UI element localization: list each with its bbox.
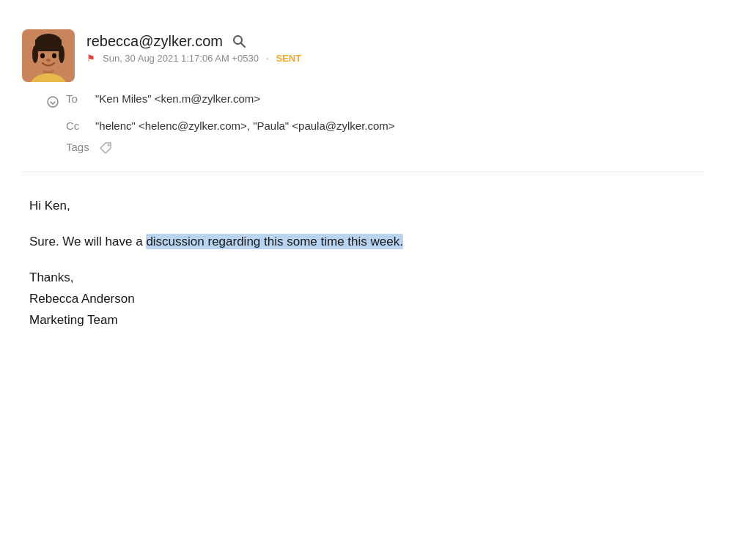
svg-point-10	[46, 59, 51, 62]
sender-avatar	[22, 29, 75, 82]
expand-icon[interactable]	[44, 93, 62, 111]
body-text-before: Sure. We will have a	[29, 235, 146, 248]
signature-team: Marketing Team	[29, 310, 696, 331]
to-label: To	[66, 92, 95, 105]
greeting: Hi Ken,	[29, 196, 696, 217]
svg-rect-7	[35, 40, 62, 51]
svg-point-9	[52, 54, 56, 59]
svg-point-14	[108, 144, 110, 147]
thanks-line: Thanks,	[29, 268, 696, 289]
cc-value: "helenc" <helenc@zylker.com>, "Paula" <p…	[95, 119, 395, 132]
flag-icon: ⚑	[86, 53, 95, 64]
svg-point-13	[48, 97, 58, 107]
email-body: Hi Ken, Sure. We will have a discussion …	[22, 196, 704, 331]
tags-row: Tags	[44, 136, 704, 160]
to-row: To "Ken Miles" <ken.m@zylker.com>	[44, 88, 704, 115]
date-row: ⚑ Sun, 30 Aug 2021 1:17:06 AM +0530 ● SE…	[86, 53, 301, 64]
email-meta: To "Ken Miles" <ken.m@zylker.com> Cc "he…	[44, 88, 704, 160]
email-date: Sun, 30 Aug 2021 1:17:06 AM +0530	[103, 53, 259, 64]
body-paragraph: Sure. We will have a discussion regardin…	[29, 232, 696, 253]
svg-line-12	[241, 43, 245, 47]
tag-icon[interactable]	[98, 141, 113, 155]
email-view: rebecca@zylker.com ⚑ Sun, 30 Aug 2021 1:…	[0, 0, 733, 360]
signature: Thanks, Rebecca Anderson Marketing Team	[29, 268, 696, 331]
sender-info: rebecca@zylker.com ⚑ Sun, 30 Aug 2021 1:…	[86, 29, 301, 64]
search-button[interactable]	[230, 32, 248, 50]
to-value: "Ken Miles" <ken.m@zylker.com>	[95, 92, 260, 105]
svg-point-8	[40, 54, 45, 59]
sent-status: SENT	[276, 53, 302, 64]
dot-separator: ●	[266, 56, 269, 61]
cc-row: Cc "helenc" <helenc@zylker.com>, "Paula"…	[44, 115, 704, 136]
email-header: rebecca@zylker.com ⚑ Sun, 30 Aug 2021 1:…	[22, 29, 704, 82]
tags-label: Tags	[66, 141, 95, 153]
divider	[22, 172, 704, 172]
signature-name: Rebecca Anderson	[29, 289, 696, 310]
highlighted-text: discussion regarding this some time this…	[146, 234, 403, 249]
cc-label: Cc	[66, 119, 95, 132]
sender-email: rebecca@zylker.com	[86, 33, 223, 50]
